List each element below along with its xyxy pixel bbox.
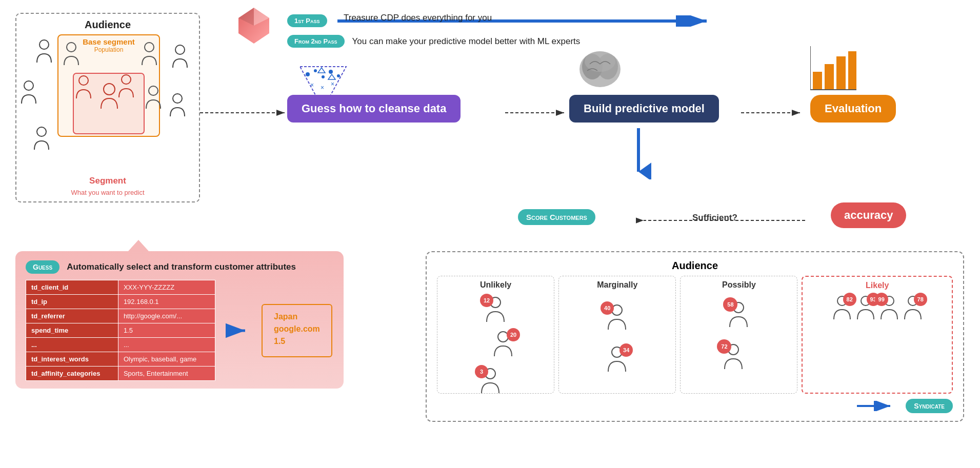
transform-arrow (226, 323, 251, 338)
arrow-cleanse-to-model (505, 108, 572, 118)
svg-point-4 (173, 94, 182, 103)
svg-rect-38 (813, 72, 822, 90)
col-unlikely-label: Unlikely (480, 280, 511, 290)
svg-point-5 (67, 43, 76, 52)
svg-text:×: × (321, 84, 324, 91)
svg-point-8 (79, 76, 88, 85)
person-icon-8 (144, 86, 163, 111)
svg-point-21 (337, 74, 340, 77)
output-value: google.com (274, 324, 320, 334)
svg-point-3 (175, 45, 185, 54)
col-possibly-label: Possibly (722, 280, 756, 290)
bottom-left-panel: Guess Automatically select and transform… (15, 251, 344, 389)
svg-point-37 (585, 51, 615, 72)
audience-scored-panel: Audience Unlikely 12 20 3 (426, 251, 964, 422)
pass2-badge: From 2nd Pass (287, 35, 345, 48)
table-row: td_affinity_categories Sports, Entertain… (26, 367, 215, 381)
col-likely-label: Likely (866, 281, 889, 290)
model-step: Build predictive model (569, 95, 719, 123)
output-box: Japangoogle.com1.5 (262, 304, 332, 357)
table-row: td_referrer http://google.com/... (26, 309, 215, 323)
col-possibly: Possibly 58 72 (680, 276, 797, 394)
person-icon-11 (116, 74, 136, 100)
person-icon-9 (74, 75, 93, 101)
table-row: spend_time 1.5 (26, 323, 215, 338)
svg-point-0 (39, 40, 49, 49)
arrow-accuracy-to-sufficient (636, 215, 810, 226)
col-likely: Likely 82 93 99 (802, 276, 953, 394)
svg-point-7 (149, 86, 158, 95)
svg-rect-41 (848, 51, 856, 90)
svg-rect-39 (825, 64, 834, 90)
svg-marker-23 (328, 74, 335, 79)
svg-text:×: × (331, 80, 334, 88)
person-icon-5 (168, 93, 187, 119)
svg-text:×: × (310, 82, 314, 89)
audience-scored-title: Audience (437, 260, 953, 272)
eval-step: Evaluation (810, 95, 896, 123)
person-icon-6 (62, 42, 81, 68)
barchart-icon (810, 46, 856, 94)
pass2-text: You can make your predictive model bette… (352, 36, 581, 47)
table-row: td_interest_words Olympic, baseball, gam… (26, 352, 215, 367)
svg-rect-40 (836, 56, 846, 90)
svg-point-20 (329, 70, 333, 74)
svg-point-9 (104, 84, 115, 95)
person-icon-2 (19, 80, 38, 106)
score-customers-badge: Score Customers (518, 209, 595, 225)
svg-point-10 (122, 75, 131, 84)
segment-sublabel: What you want to predict (16, 189, 199, 196)
svg-marker-22 (318, 68, 325, 73)
svg-point-19 (322, 75, 325, 78)
arrow-audience-to-cleanse (200, 108, 292, 118)
svg-point-18 (314, 69, 317, 72)
cleanse-step: Guess how to cleanse data (287, 95, 461, 123)
col-unlikely: Unlikely 12 20 3 (437, 276, 554, 394)
person-icon-3 (32, 127, 51, 152)
arrow-model-to-eval (741, 108, 808, 118)
col-marginally-label: Marginally (597, 280, 637, 290)
person-icon-4 (170, 45, 190, 70)
guess-badge: Guess (26, 260, 59, 274)
segment-label: Segment (16, 176, 199, 186)
table-row: td_client_id XXX-YYY-ZZZZZ (26, 280, 215, 295)
pass1-text: Treasure CDP does everything for you (344, 13, 492, 23)
table-row: td_ip 192.168.0.1 (26, 295, 215, 309)
output-value: 1.5 (274, 337, 320, 346)
person-icon-1 (34, 39, 54, 65)
audience-title: Audience (22, 19, 194, 31)
pass1-badge: 1st Pass (287, 14, 327, 27)
syndicate-badge: Syndicate (906, 399, 953, 413)
guess-row: Guess Automatically select and transform… (26, 260, 333, 274)
svg-point-17 (306, 72, 310, 76)
svg-point-6 (145, 43, 154, 52)
accuracy-badge: accuracy (831, 202, 906, 228)
table-row: ... ... (26, 338, 215, 352)
person-icon-7 (139, 42, 159, 68)
svg-point-2 (37, 127, 46, 136)
audience-box: Audience Base segment Population (15, 13, 200, 202)
col-marginally: Marginally 40 34 (558, 276, 676, 394)
guess-description: Automatically select and transform custo… (67, 262, 296, 272)
data-table: td_client_id XXX-YYY-ZZZZZ td_ip 192.168… (26, 280, 215, 381)
pass2-row: From 2nd Pass You can make your predicti… (287, 35, 580, 48)
score-down-arrow (626, 128, 651, 181)
svg-point-1 (24, 81, 33, 90)
output-value: Japan (274, 312, 320, 321)
gem-logo (233, 5, 274, 48)
brain-icon (574, 46, 626, 94)
